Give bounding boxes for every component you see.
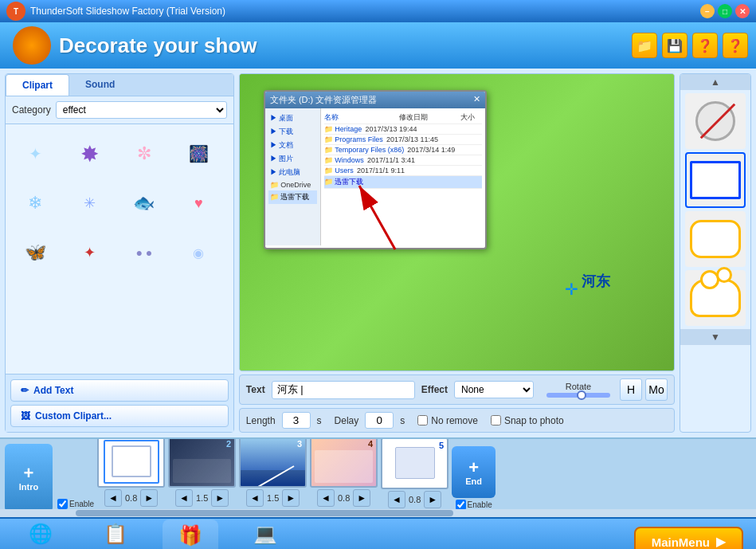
- snap-photo-checkbox[interactable]: [491, 415, 501, 425]
- maximize-button[interactable]: □: [718, 4, 732, 18]
- rotate-handle[interactable]: [577, 390, 586, 400]
- film-prev-btn-3[interactable]: ◄: [246, 489, 264, 507]
- nav-template[interactable]: 📋 Template: [88, 520, 143, 549]
- action-button-1[interactable]: H: [620, 378, 642, 401]
- add-text-button[interactable]: ✏ Add Text: [10, 379, 229, 402]
- clipart-item[interactable]: ♥: [175, 180, 221, 226]
- fd-item[interactable]: ▶ 文档: [268, 139, 317, 152]
- shape-circle-thumb[interactable]: [685, 93, 746, 149]
- film-thumb-3[interactable]: 3: [239, 437, 307, 488]
- fd-row[interactable]: 📁 Windows 2017/11/1 3:41: [324, 155, 482, 166]
- film-prev-btn-4[interactable]: ◄: [317, 489, 335, 507]
- snap-photo-checkbox-label[interactable]: Snap to photo: [491, 415, 564, 426]
- fd-row[interactable]: 📁 Programs Files 2017/3/13 11:45: [324, 135, 482, 145]
- main-menu-button[interactable]: MainMenu ▶: [634, 527, 743, 549]
- help2-tool-button[interactable]: ❓: [723, 33, 748, 58]
- rotate-slider[interactable]: [546, 393, 610, 398]
- fd-item[interactable]: ▶ 下载: [268, 125, 317, 139]
- fd-item[interactable]: ▶ 此电脑: [268, 166, 317, 179]
- save-tool-button[interactable]: 💾: [662, 33, 687, 58]
- help1-tool-button[interactable]: ❓: [692, 33, 718, 58]
- intro-enable-area: Enable: [57, 447, 94, 509]
- right-panel: ▲: [680, 73, 751, 433]
- film-next-btn-2[interactable]: ►: [211, 489, 229, 507]
- fd-item[interactable]: 📁 迅雷下载: [268, 190, 317, 204]
- category-select[interactable]: effect nature animals shapes: [56, 101, 227, 119]
- clipart-item[interactable]: ✸: [66, 131, 112, 177]
- filmstrip-scrollbar[interactable]: [0, 509, 756, 517]
- tab-sound[interactable]: Sound: [69, 74, 131, 96]
- fd-row[interactable]: 📁 Temporary Files (x86) 2017/3/14 1:49: [324, 145, 482, 155]
- clipart-item[interactable]: ✦: [12, 131, 58, 177]
- clipart-item[interactable]: ✦: [66, 229, 112, 276]
- film-item-3: 3 ◄ 1.5 ► 3 ✕: [239, 437, 307, 517]
- film-duration-2: 1.5: [196, 493, 208, 503]
- bottom-nav: 🌐 Photo 📋 Template 🎁 Decorate 💻 Publish …: [0, 517, 756, 549]
- end-button[interactable]: + End: [452, 446, 496, 498]
- film-number-5: 5: [439, 441, 444, 450]
- film-next-btn-3[interactable]: ►: [282, 489, 300, 507]
- template-nav-icon: 📋: [101, 520, 130, 548]
- scroll-up-button[interactable]: ▲: [680, 74, 750, 90]
- clipart-item[interactable]: ✼: [121, 131, 167, 177]
- nav-decorate[interactable]: 🎁 Decorate: [163, 520, 218, 549]
- publish-nav-icon: 💻: [251, 520, 280, 548]
- fd-row[interactable]: 📁 Users 2017/11/1 9:11: [324, 166, 482, 176]
- intro-enable-checkbox[interactable]: [57, 499, 68, 509]
- fd-item[interactable]: ▶ 图片: [268, 152, 317, 166]
- nav-photo[interactable]: 🌐 Photo: [13, 520, 69, 549]
- category-row: Category effect nature animals shapes: [6, 96, 233, 124]
- tab-clipart[interactable]: Clipart: [6, 74, 69, 96]
- shape-rounded-rect-thumb[interactable]: [685, 211, 746, 267]
- end-plus-icon: +: [468, 459, 479, 476]
- clipart-item[interactable]: 🎆: [175, 131, 221, 177]
- film-next-btn-4[interactable]: ►: [353, 489, 370, 507]
- filmstrip-scroll-track[interactable]: [76, 510, 454, 516]
- fd-row: 名称 修改日期 大小: [324, 112, 482, 124]
- length-input[interactable]: [282, 412, 311, 429]
- custom-clipart-button[interactable]: 🖼 Custom Clipart...: [10, 405, 229, 427]
- nav-publish[interactable]: 💻 Publish: [237, 520, 293, 549]
- film-thumb-2[interactable]: 2: [168, 437, 236, 488]
- clipart-item[interactable]: ❄: [12, 180, 58, 226]
- film-item-1: ◄ 0.8 ► 3 ✕: [97, 437, 165, 517]
- center-panel: 文件夹 (D:) 文件资源管理器 ✕ ▶ 桌面 ▶ 下载 ▶ 文档 ▶ 图片 ▶…: [239, 73, 675, 433]
- clipart-item[interactable]: 🐟: [121, 180, 167, 226]
- close-button[interactable]: ✕: [735, 4, 750, 18]
- intro-enable-checkbox-label[interactable]: Enable: [57, 499, 94, 509]
- fd-item[interactable]: ▶ 桌面: [268, 112, 317, 125]
- film-thumb-1[interactable]: [97, 437, 165, 488]
- end-label: End: [465, 476, 482, 486]
- intro-button[interactable]: + Intro: [5, 444, 53, 512]
- fd-row[interactable]: 📁 Heritage 2017/3/13 19:44: [324, 124, 482, 135]
- clipart-item[interactable]: ● ●: [121, 229, 167, 276]
- decorate-nav-icon: 🎁: [176, 521, 205, 549]
- clipart-item[interactable]: 🦋: [12, 229, 58, 276]
- film-next-btn-5[interactable]: ►: [424, 491, 441, 508]
- file-dialog-close-icon[interactable]: ✕: [473, 94, 480, 106]
- fd-row[interactable]: 📁 迅雷下载: [324, 176, 482, 189]
- folder-tool-button[interactable]: 📁: [632, 33, 657, 58]
- film-prev-btn-1[interactable]: ◄: [104, 489, 122, 507]
- panel-buttons: ✏ Add Text 🖼 Custom Clipart...: [6, 374, 233, 432]
- clipart-item[interactable]: ◉: [175, 229, 221, 276]
- minimize-button[interactable]: −: [700, 4, 715, 18]
- effect-select[interactable]: None Fade In Slide: [454, 381, 534, 398]
- scroll-down-button[interactable]: ▼: [680, 329, 750, 345]
- film-thumb-4[interactable]: 4: [310, 437, 378, 488]
- film-thumb-5[interactable]: 5: [381, 437, 449, 489]
- clipart-item[interactable]: ✳: [66, 180, 112, 226]
- film-prev-btn-2[interactable]: ◄: [175, 489, 193, 507]
- no-remove-checkbox-label[interactable]: No remove: [417, 415, 478, 426]
- text-label: Text: [246, 384, 265, 395]
- film-next-btn-1[interactable]: ►: [140, 489, 158, 507]
- film-prev-btn-5[interactable]: ◄: [388, 491, 405, 508]
- action-button-2[interactable]: Mo: [645, 378, 668, 401]
- no-remove-checkbox[interactable]: [417, 415, 428, 425]
- shape-cloud-thumb[interactable]: [685, 270, 746, 326]
- fd-item[interactable]: 📁 OneDrive: [268, 179, 317, 190]
- length-row: Length s Delay s No remove Snap to photo: [239, 408, 675, 433]
- text-input[interactable]: [272, 381, 415, 399]
- delay-input[interactable]: [365, 412, 394, 429]
- shape-rectangle-thumb[interactable]: [685, 152, 746, 208]
